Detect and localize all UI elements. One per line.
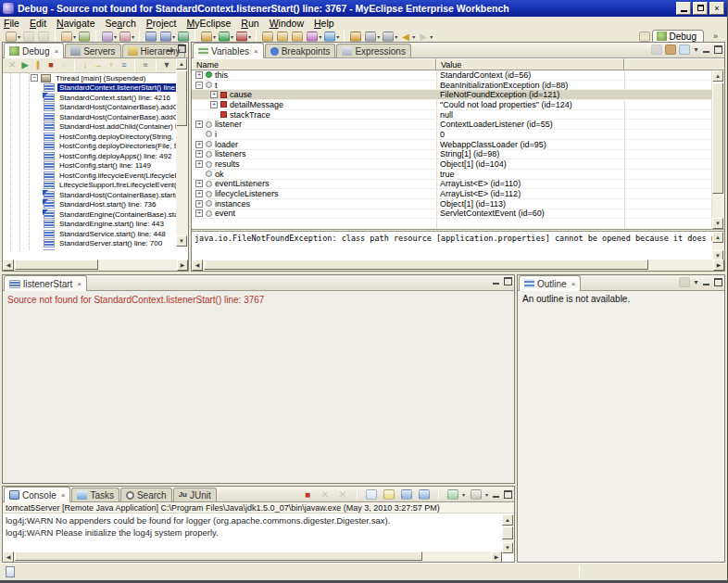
tab-outline[interactable]: Outline× [519, 275, 581, 291]
fast-view-icon[interactable] [6, 566, 15, 577]
run-dropdown-icon[interactable]: ▾ [231, 33, 233, 40]
variable-row[interactable]: +thisStandardContext (id=56) [192, 70, 724, 81]
tab-breakpoints[interactable]: Breakpoints [265, 44, 336, 57]
launch-config-icon[interactable] [160, 32, 171, 42]
next-annotation-icon[interactable] [365, 32, 376, 42]
title-bar[interactable]: Debug - Source not found for StandardCon… [0, 0, 727, 17]
variable-row[interactable]: −tBeanInitializationException (id=88) [192, 81, 724, 91]
java-app-icon[interactable] [145, 32, 157, 42]
variable-row[interactable]: +instancesObject[1] (id=113) [192, 199, 724, 209]
expander-icon[interactable]: − [195, 82, 203, 89]
run-icon[interactable] [219, 32, 230, 42]
forward-dropdown-icon[interactable]: ▾ [430, 33, 433, 40]
maximize-view-icon[interactable] [504, 490, 512, 499]
variable-row[interactable]: +loaderWebappClassLoader (id=95) [192, 140, 724, 150]
show-frames-icon[interactable]: ≡ [118, 59, 131, 71]
debug-view-menu-icon[interactable]: ▼ [160, 59, 173, 71]
variable-row[interactable]: +listenersString[1] (id=98) [192, 150, 724, 160]
suspend-icon[interactable]: ∥ [31, 59, 44, 71]
debug-tree-hscrollbar[interactable]: ◀ ▶ [3, 260, 188, 271]
back-icon[interactable]: ◀ [400, 32, 411, 42]
expander-icon[interactable]: + [210, 101, 218, 108]
mark-occurrences-dropdown-icon[interactable]: ▾ [319, 33, 321, 40]
prev-annotation-dropdown-icon[interactable]: ▾ [395, 33, 397, 40]
variable-row[interactable]: oktrue [192, 170, 724, 180]
menu-navigate[interactable]: Navigate [56, 18, 94, 29]
display-selected-console-icon[interactable] [419, 489, 430, 500]
view-menu-icon[interactable]: ▼ [693, 45, 699, 54]
minimize-view-icon[interactable] [702, 45, 711, 54]
prev-annotation-icon[interactable] [383, 32, 394, 42]
variable-row[interactable]: +lifecycleListenersArrayList<E> (id=112) [192, 189, 724, 199]
step-into-icon[interactable]: ↓ [79, 59, 92, 71]
menu-file[interactable]: File [4, 18, 19, 29]
expander-icon[interactable]: + [195, 200, 203, 208]
new-wizard-icon[interactable] [6, 32, 17, 42]
expander-icon[interactable]: + [210, 91, 218, 98]
new-class-dropdown-icon[interactable]: ▾ [336, 33, 339, 40]
outline-tool-icon[interactable] [679, 277, 690, 287]
minimize-view-icon[interactable] [166, 44, 175, 53]
menu-window[interactable]: Window [270, 18, 304, 29]
console-settings-dropdown-icon[interactable]: ▾ [485, 491, 488, 498]
show-logical-structure-icon[interactable] [665, 44, 676, 55]
web-service-icon[interactable] [178, 32, 189, 42]
variable-row[interactable]: +eventServletContextEvent (id=60) [192, 209, 724, 220]
variable-row[interactable]: i0 [192, 130, 724, 140]
last-edit-location-icon[interactable] [350, 32, 361, 42]
stack-frame-row[interactable]: StandardHost.start() line: 736 [3, 200, 188, 210]
step-return-icon[interactable]: ↑ [105, 59, 118, 71]
close-tab-icon[interactable]: × [254, 47, 258, 56]
variable-row[interactable]: +listenerContextLoaderListener (id=55) [192, 120, 724, 130]
mark-occurrences-icon[interactable] [307, 32, 318, 42]
scroll-lock-icon[interactable] [383, 489, 395, 500]
variable-row[interactable]: +detailMessage"Could not load properties… [192, 100, 724, 110]
run-xml-icon[interactable] [119, 32, 131, 42]
launch-config-dropdown-icon[interactable]: ▾ [172, 33, 175, 40]
variable-row[interactable]: +causeFileNotFoundException (id=121) [192, 90, 724, 100]
expander-icon[interactable]: + [195, 209, 203, 217]
show-type-names-icon[interactable] [651, 44, 662, 55]
expander-icon[interactable]: + [195, 141, 203, 148]
expander-icon[interactable]: + [195, 71, 203, 79]
menu-myeclipse[interactable]: MyEclipse [186, 18, 231, 29]
debug-tree-vscrollbar[interactable]: ▲ ▼ [176, 58, 188, 247]
run-xml-dropdown-icon[interactable]: ▾ [132, 33, 134, 40]
use-step-filters-icon[interactable]: ≈ [139, 59, 152, 71]
terminate-icon[interactable]: ■ [44, 59, 57, 71]
menu-run[interactable]: Run [241, 18, 258, 29]
close-tab-icon[interactable]: × [61, 491, 66, 500]
close-tab-icon[interactable]: × [77, 280, 82, 288]
perspective-overflow[interactable]: » [713, 32, 718, 41]
stack-frame-row[interactable]: StandardContext.listenerStart() line: 37… [3, 83, 188, 94]
minimize-button[interactable] [676, 2, 691, 15]
remove-all-terminated-icon[interactable]: ✕ [6, 59, 19, 71]
expander-icon[interactable]: + [195, 190, 203, 197]
close-tab-icon[interactable]: × [571, 280, 576, 288]
open-perspective-icon[interactable] [639, 32, 650, 42]
minimize-view-icon[interactable] [492, 490, 501, 499]
variable-row[interactable]: +resultsObject[1] (id=104) [192, 159, 724, 170]
open-resource-icon[interactable] [277, 32, 288, 42]
tab-search[interactable]: Search [120, 488, 172, 501]
console-settings-icon[interactable] [471, 489, 482, 500]
menu-help[interactable]: Help [314, 18, 334, 29]
stack-frame-row[interactable]: HostConfig.lifecycleEvent(LifecycleEvent… [3, 171, 188, 181]
stack-frame-row[interactable]: LifecycleSupport.fireLifecycleEvent(Stri… [3, 181, 188, 191]
maximize-view-icon[interactable] [178, 44, 186, 53]
stack-frame-row[interactable]: Catalina.start() line: 552 [3, 248, 188, 250]
variables-hscrollbar[interactable]: ◀ ▶ [192, 260, 724, 271]
sash-horizontal-console[interactable] [2, 484, 515, 486]
step-over-icon[interactable]: → [92, 59, 105, 71]
run-jsp-dropdown-icon[interactable]: ▾ [114, 33, 117, 40]
close-tab-icon[interactable]: × [54, 47, 58, 56]
variable-row[interactable]: stackTracenull [192, 110, 724, 120]
close-button[interactable]: × [709, 2, 724, 15]
new-wizard-dropdown-icon[interactable]: ▾ [18, 33, 20, 40]
new-class-icon[interactable] [324, 32, 335, 42]
column-header-name[interactable]: Name [192, 58, 436, 70]
tab-expressions[interactable]: Expressions [336, 44, 410, 57]
stack-frame-row[interactable]: HostConfig.deployDirectory(String, File,… [3, 132, 188, 142]
variables-vscrollbar[interactable]: ▲ ▼ [712, 70, 724, 229]
open-type-icon[interactable] [262, 32, 273, 42]
